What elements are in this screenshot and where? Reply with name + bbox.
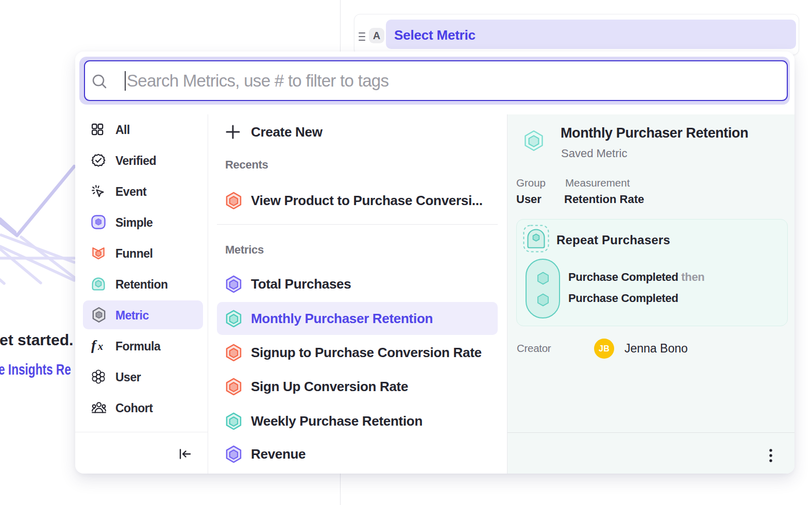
svg-text:f: f bbox=[91, 338, 97, 353]
svg-text:x: x bbox=[97, 341, 103, 352]
